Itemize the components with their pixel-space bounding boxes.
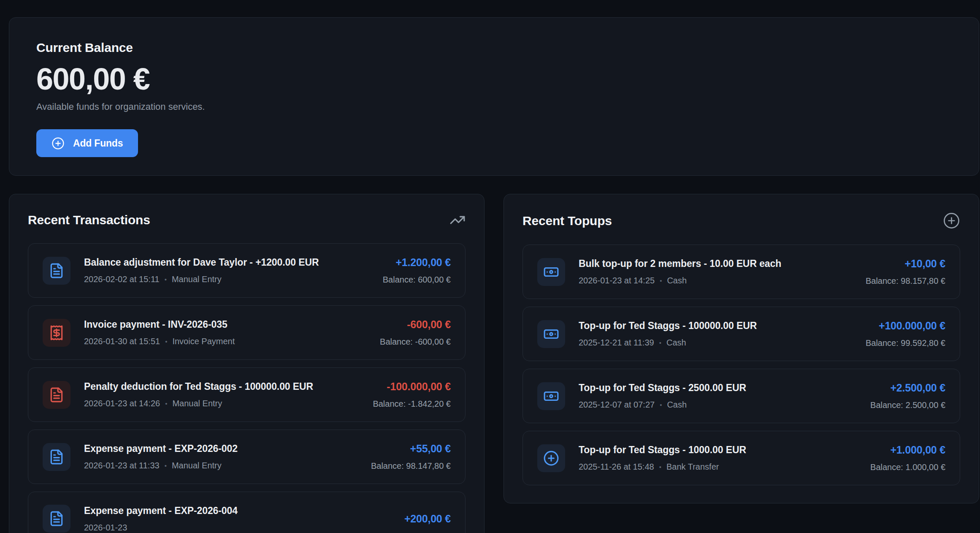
item-type: Cash bbox=[667, 400, 687, 410]
item-date: 2025-12-07 at 07:27 bbox=[579, 400, 655, 410]
item-meta: 2026-01-23 at 14:26 • Manual Entry bbox=[84, 399, 359, 408]
file-text-icon bbox=[43, 443, 70, 471]
item-date: 2026-01-23 bbox=[84, 523, 127, 533]
item-meta: 2026-01-23 • bbox=[84, 523, 391, 533]
item-date: 2026-01-30 at 15:51 bbox=[84, 337, 160, 346]
dot-separator-icon: • bbox=[659, 339, 661, 346]
list-item: Bulk top-up for 2 members - 10.00 EUR ea… bbox=[522, 245, 960, 299]
item-meta: 2026-02-02 at 15:11 • Manual Entry bbox=[84, 275, 369, 284]
dot-separator-icon: • bbox=[659, 463, 661, 470]
item-type: Cash bbox=[666, 338, 686, 348]
item-meta: 2026-01-23 at 11:33 • Manual Entry bbox=[84, 461, 357, 470]
current-balance-amount: 600,00 € bbox=[36, 62, 952, 96]
item-amount: +200,00 € bbox=[404, 513, 451, 525]
item-title: Invoice payment - INV-2026-035 bbox=[84, 319, 366, 330]
add-funds-button[interactable]: Add Funds bbox=[36, 129, 138, 157]
item-meta: 2025-12-21 at 11:39 • Cash bbox=[579, 338, 852, 348]
item-title: Balance adjustment for Dave Taylor - +12… bbox=[84, 257, 369, 268]
banknote-icon bbox=[537, 320, 565, 348]
item-title: Top-up for Ted Staggs - 2500.00 EUR bbox=[579, 382, 857, 394]
add-funds-label: Add Funds bbox=[73, 138, 123, 149]
plus-circle-icon bbox=[51, 137, 65, 150]
list-item: Expense payment - EXP-2026-004 2026-01-2… bbox=[28, 492, 466, 533]
dot-separator-icon: • bbox=[165, 462, 167, 469]
balance-card-subtitle: Available funds for organization service… bbox=[36, 101, 952, 112]
dot-separator-icon: • bbox=[165, 338, 167, 345]
item-date: 2026-01-23 at 11:33 bbox=[84, 461, 160, 470]
dot-separator-icon: • bbox=[165, 276, 167, 283]
item-title: Bulk top-up for 2 members - 10.00 EUR ea… bbox=[579, 258, 852, 269]
item-amount: +2.500,00 € bbox=[870, 382, 945, 394]
current-balance-card: Current Balance 600,00 € Available funds… bbox=[9, 17, 979, 176]
item-title: Expense payment - EXP-2026-004 bbox=[84, 505, 391, 517]
recent-topups-panel: Recent Topups Bulk top-up for 2 members … bbox=[504, 194, 979, 503]
item-title: Top-up for Ted Staggs - 100000.00 EUR bbox=[579, 320, 852, 332]
item-balance: Balance: 600,00 € bbox=[383, 275, 451, 285]
transactions-panel-header: Recent Transactions bbox=[28, 212, 466, 228]
list-item: Top-up for Ted Staggs - 1000.00 EUR 2025… bbox=[522, 431, 960, 485]
list-item: Invoice payment - INV-2026-035 2026-01-3… bbox=[28, 305, 466, 360]
transactions-panel-title: Recent Transactions bbox=[28, 213, 150, 227]
item-amount: +10,00 € bbox=[866, 258, 945, 270]
dot-separator-icon: • bbox=[165, 400, 167, 407]
item-amount: -600,00 € bbox=[380, 318, 451, 331]
file-text-icon bbox=[43, 257, 70, 285]
topups-panel-header: Recent Topups bbox=[522, 212, 960, 229]
item-balance: Balance: -600,00 € bbox=[380, 337, 451, 347]
dot-separator-icon: • bbox=[660, 277, 662, 284]
dashboard-page: Current Balance 600,00 € Available funds… bbox=[0, 0, 980, 533]
item-balance: Balance: 99.592,80 € bbox=[866, 338, 945, 348]
item-balance: Balance: 98.147,80 € bbox=[371, 461, 451, 471]
item-balance: Balance: 1.000,00 € bbox=[870, 462, 945, 472]
trending-up-icon bbox=[449, 212, 466, 228]
item-amount: +100.000,00 € bbox=[866, 320, 945, 332]
file-text-icon bbox=[43, 381, 70, 409]
item-type: Manual Entry bbox=[172, 399, 222, 408]
topups-list: Bulk top-up for 2 members - 10.00 EUR ea… bbox=[522, 245, 960, 485]
item-type: Bank Transfer bbox=[666, 462, 719, 472]
file-text-icon bbox=[43, 505, 70, 533]
list-item: Top-up for Ted Staggs - 2500.00 EUR 2025… bbox=[522, 369, 960, 423]
item-balance: Balance: 2.500,00 € bbox=[870, 400, 945, 410]
plus-circle-icon bbox=[537, 444, 565, 472]
balance-card-title: Current Balance bbox=[36, 41, 952, 55]
item-type: Manual Entry bbox=[172, 461, 222, 470]
item-type: Cash bbox=[667, 276, 687, 286]
item-type: Invoice Payment bbox=[172, 337, 235, 346]
item-amount: -100.000,00 € bbox=[373, 381, 451, 393]
list-item: Top-up for Ted Staggs - 100000.00 EUR 20… bbox=[522, 307, 960, 361]
item-title: Top-up for Ted Staggs - 1000.00 EUR bbox=[579, 444, 857, 456]
item-date: 2026-01-23 at 14:26 bbox=[84, 399, 160, 408]
list-item: Penalty deduction for Ted Staggs - 10000… bbox=[28, 367, 466, 422]
item-amount: +1.200,00 € bbox=[383, 256, 451, 269]
dot-separator-icon: • bbox=[660, 401, 662, 408]
item-meta: 2026-01-23 at 14:25 • Cash bbox=[579, 276, 852, 286]
list-item: Expense payment - EXP-2026-002 2026-01-2… bbox=[28, 430, 466, 484]
item-date: 2025-11-26 at 15:48 bbox=[579, 462, 654, 472]
list-item: Balance adjustment for Dave Taylor - +12… bbox=[28, 243, 466, 298]
item-amount: +55,00 € bbox=[371, 443, 451, 455]
item-amount: +1.000,00 € bbox=[870, 444, 945, 456]
item-title: Expense payment - EXP-2026-002 bbox=[84, 443, 357, 454]
item-meta: 2025-11-26 at 15:48 • Bank Transfer bbox=[579, 462, 857, 472]
recent-transactions-panel: Recent Transactions Balance adjustment f… bbox=[9, 194, 485, 533]
item-type: Manual Entry bbox=[172, 275, 222, 284]
receipt-icon bbox=[43, 319, 70, 347]
item-meta: 2025-12-07 at 07:27 • Cash bbox=[579, 400, 857, 410]
banknote-icon bbox=[537, 382, 565, 410]
item-balance: Balance: -1.842,20 € bbox=[373, 399, 451, 409]
item-date: 2026-01-23 at 14:25 bbox=[579, 276, 655, 286]
item-meta: 2026-01-30 at 15:51 • Invoice Payment bbox=[84, 337, 366, 346]
topups-panel-title: Recent Topups bbox=[522, 214, 612, 228]
transactions-list: Balance adjustment for Dave Taylor - +12… bbox=[28, 243, 466, 533]
panels-row: Recent Transactions Balance adjustment f… bbox=[9, 194, 979, 533]
plus-circle-icon[interactable] bbox=[943, 212, 960, 229]
item-date: 2025-12-21 at 11:39 bbox=[579, 338, 654, 348]
item-date: 2026-02-02 at 15:11 bbox=[84, 275, 160, 284]
item-title: Penalty deduction for Ted Staggs - 10000… bbox=[84, 381, 359, 392]
banknote-icon bbox=[537, 258, 565, 286]
item-balance: Balance: 98.157,80 € bbox=[866, 276, 945, 286]
